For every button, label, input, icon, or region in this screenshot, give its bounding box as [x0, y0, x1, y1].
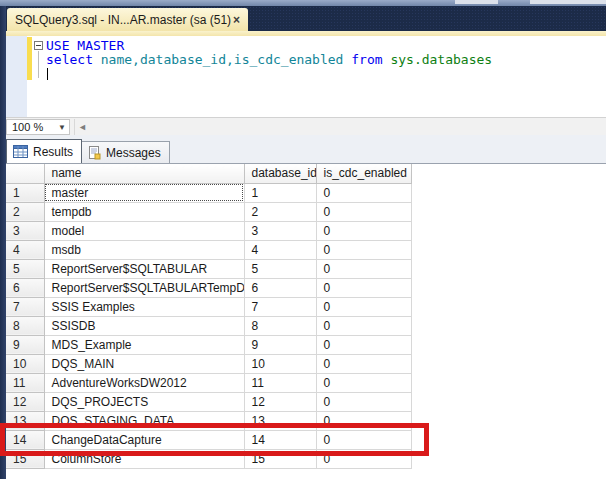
cell-is-cdc-enabled[interactable]: 0: [316, 240, 411, 259]
cell-name[interactable]: SSISDB: [44, 316, 244, 335]
zoom-value: 100 %: [7, 121, 55, 133]
cell-database-id[interactable]: 14: [244, 430, 316, 449]
cell-name[interactable]: msdb: [44, 240, 244, 259]
row-number-cell[interactable]: 1: [6, 183, 44, 202]
changed-lines-bar: [27, 37, 32, 80]
ssms-window: SQLQuery3.sql - IN...AR.master (sa (51))…: [0, 0, 606, 479]
cell-database-id[interactable]: 15: [244, 449, 316, 468]
cell-name[interactable]: ColumnStore: [44, 449, 244, 468]
cell-name[interactable]: tempdb: [44, 202, 244, 221]
table-row: 6ReportServer$SQLTABULARTempDB60: [6, 278, 411, 297]
grid-corner-cell[interactable]: [6, 164, 44, 183]
close-icon[interactable]: ×: [231, 14, 242, 26]
cell-database-id[interactable]: 13: [244, 411, 316, 430]
cell-is-cdc-enabled[interactable]: 0: [316, 373, 411, 392]
zoom-dropdown[interactable]: 100 % ▼: [6, 119, 70, 135]
table-row: 10DQS_MAIN100: [6, 354, 411, 373]
sql-keyword: select: [46, 52, 101, 67]
row-number-cell[interactable]: 4: [6, 240, 44, 259]
cell-is-cdc-enabled[interactable]: 0: [316, 259, 411, 278]
row-number-cell[interactable]: 2: [6, 202, 44, 221]
cell-is-cdc-enabled[interactable]: 0: [316, 221, 411, 240]
row-number-cell[interactable]: 14: [6, 430, 44, 449]
row-number-cell[interactable]: 10: [6, 354, 44, 373]
cell-is-cdc-enabled[interactable]: 0: [316, 392, 411, 411]
row-number-cell[interactable]: 9: [6, 335, 44, 354]
cell-name[interactable]: AdventureWorksDW2012: [44, 373, 244, 392]
row-number-cell[interactable]: 11: [6, 373, 44, 392]
column-header-name[interactable]: name: [44, 164, 244, 183]
tab-messages-label: Messages: [106, 146, 161, 160]
scroll-left-icon[interactable]: ◄: [78, 121, 87, 133]
table-row: 2tempdb20: [6, 202, 411, 221]
table-row: 3model30: [6, 221, 411, 240]
row-number-cell[interactable]: 3: [6, 221, 44, 240]
cell-name[interactable]: DQS_STAGING_DATA: [44, 411, 244, 430]
cell-database-id[interactable]: 3: [244, 221, 316, 240]
sql-table: sys.databases: [390, 52, 492, 67]
cell-name[interactable]: ReportServer$SQLTABULARTempDB: [44, 278, 244, 297]
editor-line-1: USE MASTER: [46, 39, 124, 53]
cell-database-id[interactable]: 9: [244, 335, 316, 354]
cell-database-id[interactable]: 11: [244, 373, 316, 392]
cell-database-id[interactable]: 5: [244, 259, 316, 278]
cell-name[interactable]: MDS_Example: [44, 335, 244, 354]
document-tab-title: SQLQuery3.sql - IN...AR.master (sa (51))…: [15, 13, 231, 27]
table-row: 15ColumnStore150: [6, 449, 411, 468]
row-number-cell[interactable]: 15: [6, 449, 44, 468]
table-row: 1master10: [6, 183, 411, 202]
toolbar-fragment: [530, 0, 606, 4]
row-number-cell[interactable]: 5: [6, 259, 44, 278]
chevron-down-icon[interactable]: ▼: [55, 123, 69, 132]
cell-database-id[interactable]: 12: [244, 392, 316, 411]
cell-name[interactable]: model: [44, 221, 244, 240]
row-number-cell[interactable]: 7: [6, 297, 44, 316]
table-row: 13DQS_STAGING_DATA130: [6, 411, 411, 430]
cell-is-cdc-enabled[interactable]: 0: [316, 411, 411, 430]
collapse-region-icon[interactable]: [34, 41, 43, 50]
results-table: name database_id is_cdc_enabled 1master1…: [6, 164, 412, 469]
results-grid-icon: [13, 145, 28, 158]
cell-is-cdc-enabled[interactable]: 0: [316, 430, 411, 449]
cell-name[interactable]: master: [44, 183, 244, 202]
cell-is-cdc-enabled[interactable]: 0: [316, 278, 411, 297]
table-row: 7SSIS Examples70: [6, 297, 411, 316]
cell-name[interactable]: ChangeDataCapture: [44, 430, 244, 449]
row-number-cell[interactable]: 8: [6, 316, 44, 335]
column-header-is-cdc-enabled[interactable]: is_cdc_enabled: [316, 164, 411, 183]
cell-is-cdc-enabled[interactable]: 0: [316, 202, 411, 221]
cell-database-id[interactable]: 7: [244, 297, 316, 316]
tab-messages[interactable]: Messages: [81, 141, 170, 163]
cell-is-cdc-enabled[interactable]: 0: [316, 354, 411, 373]
cell-is-cdc-enabled[interactable]: 0: [316, 449, 411, 468]
cell-is-cdc-enabled[interactable]: 0: [316, 183, 411, 202]
outline-guide-line: [38, 51, 39, 78]
cell-database-id[interactable]: 4: [244, 240, 316, 259]
query-editor[interactable]: USE MASTER select name,database_id,is_cd…: [6, 36, 606, 117]
cell-database-id[interactable]: 8: [244, 316, 316, 335]
row-number-cell[interactable]: 6: [6, 278, 44, 297]
cell-database-id[interactable]: 6: [244, 278, 316, 297]
cell-database-id[interactable]: 1: [244, 183, 316, 202]
row-number-cell[interactable]: 12: [6, 392, 44, 411]
table-row: 12DQS_PROJECTS120: [6, 392, 411, 411]
cell-name[interactable]: SSIS Examples: [44, 297, 244, 316]
editor-hscrollbar[interactable]: 100 % ▼ ◄: [6, 117, 606, 135]
tab-results-label: Results: [33, 145, 73, 159]
cell-is-cdc-enabled[interactable]: 0: [316, 316, 411, 335]
sql-keyword: from: [343, 52, 390, 67]
cell-is-cdc-enabled[interactable]: 0: [316, 297, 411, 316]
cell-database-id[interactable]: 2: [244, 202, 316, 221]
divider: [74, 119, 75, 135]
cell-database-id[interactable]: 10: [244, 354, 316, 373]
column-header-database-id[interactable]: database_id: [244, 164, 316, 183]
tab-results[interactable]: Results: [6, 139, 82, 163]
document-tab-sqlquery3[interactable]: SQLQuery3.sql - IN...AR.master (sa (51))…: [7, 8, 248, 31]
cell-name[interactable]: DQS_MAIN: [44, 354, 244, 373]
cell-name[interactable]: DQS_PROJECTS: [44, 392, 244, 411]
row-number-cell[interactable]: 13: [6, 411, 44, 430]
cell-name[interactable]: ReportServer$SQLTABULAR: [44, 259, 244, 278]
cell-is-cdc-enabled[interactable]: 0: [316, 335, 411, 354]
toolbar-fragment: [455, 0, 498, 4]
table-row: 5ReportServer$SQLTABULAR50: [6, 259, 411, 278]
